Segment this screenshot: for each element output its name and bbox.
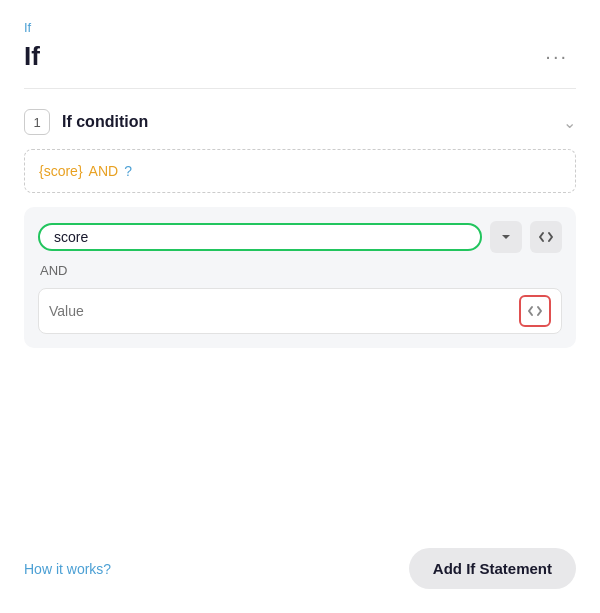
score-pill-text: score: [54, 229, 88, 245]
condition-number: 1: [24, 109, 50, 135]
condition-header-left: 1 If condition: [24, 109, 148, 135]
dropdown-arrow-icon: [498, 229, 514, 245]
page-container: If If ··· 1 If condition ⌄ {score} AND ?…: [0, 0, 600, 613]
code-icon: [538, 229, 554, 245]
header-row: If ···: [24, 41, 576, 72]
expr-question-token: ?: [124, 163, 132, 179]
and-label: AND: [38, 263, 562, 278]
score-pill[interactable]: score: [38, 223, 482, 251]
more-options-button[interactable]: ···: [537, 41, 576, 72]
score-dropdown-button[interactable]: [490, 221, 522, 253]
breadcrumb: If: [24, 20, 576, 35]
value-code-icon: [527, 303, 543, 319]
how-it-works-link[interactable]: How it works?: [24, 561, 111, 577]
condition-header: 1 If condition ⌄: [24, 109, 576, 135]
add-if-statement-button[interactable]: Add If Statement: [409, 548, 576, 589]
expr-variable-token: {score}: [39, 163, 83, 179]
score-row: score: [38, 221, 562, 253]
condition-body: score AND: [24, 207, 576, 348]
value-row: [38, 288, 562, 334]
footer-row: How it works? Add If Statement: [24, 524, 576, 589]
chevron-down-icon[interactable]: ⌄: [563, 113, 576, 132]
expr-and-token: AND: [89, 163, 119, 179]
score-code-button[interactable]: [530, 221, 562, 253]
header-divider: [24, 88, 576, 89]
expression-box: {score} AND ?: [24, 149, 576, 193]
condition-label: If condition: [62, 113, 148, 131]
condition-section: 1 If condition ⌄ {score} AND ? score: [24, 109, 576, 348]
value-input[interactable]: [49, 303, 511, 319]
page-title: If: [24, 41, 40, 72]
value-code-button[interactable]: [519, 295, 551, 327]
